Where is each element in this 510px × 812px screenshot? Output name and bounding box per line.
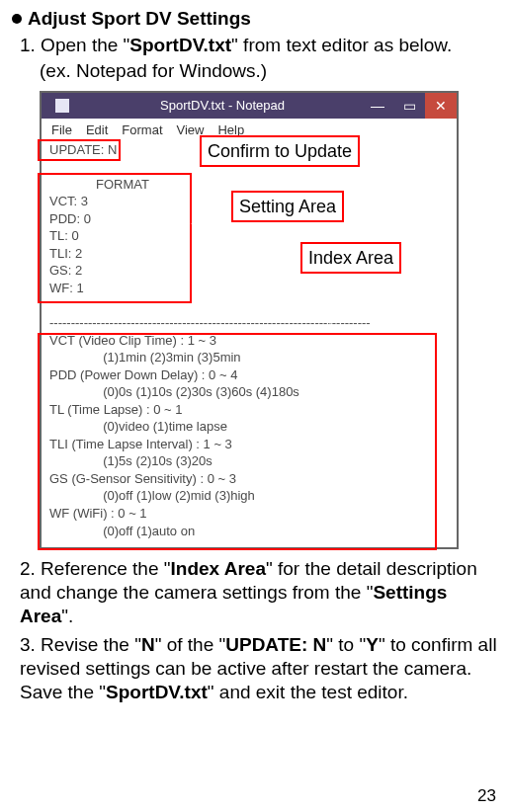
- text: 3. Revise the ": [20, 634, 141, 655]
- notepad-body: UPDATE: N FORMAT VCT: 3 PDD: 0 TL: 0 TLI…: [42, 141, 457, 548]
- window-title: SportDV.txt - Notepad: [83, 98, 362, 113]
- heading-row: Adjust Sport DV Settings: [12, 8, 500, 30]
- text: " and exit the test editor.: [208, 682, 408, 702]
- annot-label-setting: Setting Area: [231, 191, 344, 222]
- filename-bold: SportDV.txt: [129, 35, 231, 55]
- text: ".: [61, 606, 73, 626]
- bold: Y: [366, 634, 379, 655]
- step-2: 2. Reference the "Index Area" for the de…: [20, 557, 500, 627]
- text: " of the ": [155, 634, 226, 655]
- minimize-button[interactable]: —: [362, 93, 393, 119]
- separator-line: ----------------------------------------…: [49, 314, 449, 332]
- bold: UPDATE: N: [225, 634, 326, 655]
- annot-box-index: [38, 333, 437, 550]
- app-icon-slot: [42, 99, 83, 113]
- step-3: 3. Revise the "N" of the "UPDATE: N" to …: [20, 633, 500, 703]
- annot-label-confirm: Confirm to Update: [200, 135, 360, 167]
- close-button[interactable]: ✕: [425, 93, 457, 119]
- step-1-sub: (ex. Notepad for Windows.): [40, 59, 500, 83]
- bold: N: [141, 634, 155, 655]
- page-number: 23: [477, 786, 496, 806]
- menu-edit[interactable]: Edit: [86, 122, 108, 137]
- bullet-icon: [12, 14, 22, 24]
- annot-label-index: Index Area: [300, 242, 401, 274]
- text: " from text editor as below.: [231, 35, 452, 55]
- callout-arrow: [121, 143, 200, 159]
- bold: SportDV.txt: [106, 682, 208, 702]
- annot-box-update: [38, 139, 121, 161]
- callout-arrow: [322, 272, 338, 327]
- annot-box-settings: [38, 173, 192, 303]
- app-icon: [55, 99, 69, 113]
- document-page: Adjust Sport DV Settings 1. Open the "Sp…: [0, 0, 510, 812]
- text: " to ": [326, 634, 366, 655]
- menu-format[interactable]: Format: [122, 122, 162, 137]
- bold: Index Area: [171, 558, 266, 579]
- step-1: 1. Open the "SportDV.txt" from text edit…: [20, 34, 500, 57]
- notepad-window: SportDV.txt - Notepad — ▭ ✕ File Edit Fo…: [40, 91, 459, 550]
- titlebar: SportDV.txt - Notepad — ▭ ✕: [42, 93, 457, 119]
- text: 2. Reference the ": [20, 558, 171, 579]
- maximize-button[interactable]: ▭: [393, 93, 425, 119]
- page-heading: Adjust Sport DV Settings: [28, 8, 251, 30]
- window-buttons: — ▭ ✕: [362, 93, 457, 119]
- menu-file[interactable]: File: [51, 122, 72, 137]
- text: 1. Open the ": [20, 35, 129, 55]
